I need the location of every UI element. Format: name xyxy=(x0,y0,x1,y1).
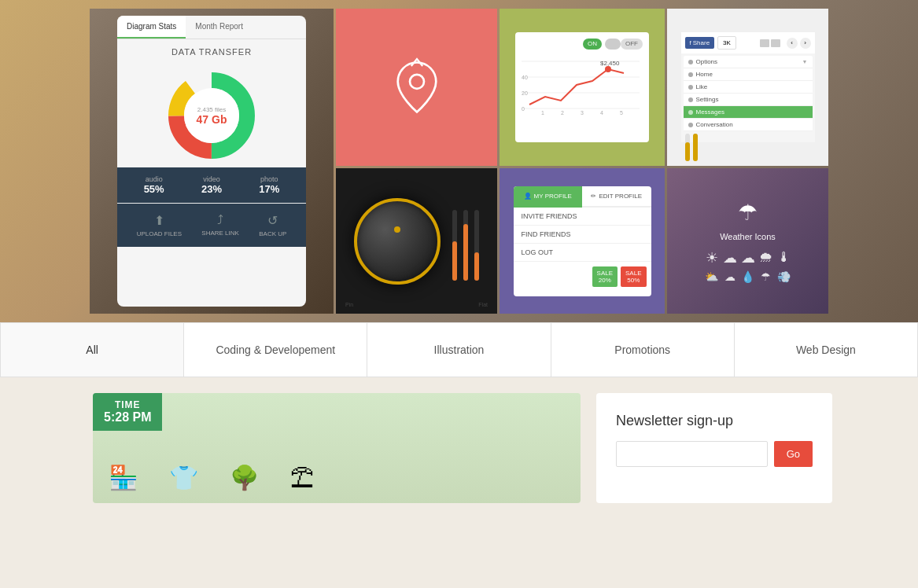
settings-icon xyxy=(688,97,693,102)
donut-files: 2.435 files xyxy=(197,106,227,113)
dt-donut: 2.435 files 47 Gb xyxy=(117,64,306,167)
umbrella-main-icon: ☂ xyxy=(705,200,791,226)
ui-top-bar: f Share 3K ‹ › xyxy=(681,32,815,53)
umbrella-small-icon: ☂ xyxy=(759,270,773,283)
toggle-off[interactable]: OFF xyxy=(621,39,643,50)
shirt-icon: 👕 xyxy=(169,464,198,491)
home-icon xyxy=(688,72,693,77)
knob-item: Pin Flat xyxy=(336,168,497,314)
facebook-icon: f xyxy=(690,39,691,46)
sale2-value: 50% xyxy=(625,277,641,284)
log-out-item[interactable]: LOG OUT xyxy=(514,244,651,262)
audio-slider-1[interactable] xyxy=(452,210,457,281)
options-icon xyxy=(688,60,693,64)
svg-text:40: 40 xyxy=(522,75,528,80)
svg-text:5: 5 xyxy=(620,110,623,116)
dt-tab-month[interactable]: Month Report xyxy=(186,16,253,39)
dt-audio-label: audio xyxy=(144,175,164,183)
sale2-label: SALE xyxy=(625,270,641,277)
list-view-icon[interactable] xyxy=(771,39,780,47)
weather-icons-grid: ☀ ☁ ☁ 🌧 🌡 ⛅ ☁ 💧 ☂ 💨 xyxy=(705,249,791,283)
newsletter-input[interactable] xyxy=(616,441,768,467)
partly-cloud-icon: ⛅ xyxy=(705,270,719,283)
thermometer-icon: 🌡 xyxy=(777,249,791,266)
edit-profile-tab[interactable]: ✏ EDIT PROFILE xyxy=(582,186,651,208)
next-arrow[interactable]: › xyxy=(800,38,811,49)
data-transfer-item: Diagram Stats Month Report DATA TRANSFER xyxy=(90,9,334,314)
chart-item: ON OFF $2,450 0 xyxy=(500,9,665,166)
audio-slider-3[interactable] xyxy=(474,210,479,281)
share-label: Share xyxy=(693,39,710,46)
cloud3-icon: ☁ xyxy=(723,270,737,283)
chart-svg: $2,450 0 20 40 1 2 3 4 5 xyxy=(522,53,640,116)
my-profile-tab[interactable]: 👤 MY PROFILE xyxy=(514,186,583,208)
store-icon: 🏪 xyxy=(109,464,138,491)
dt-actions: ⬆ UPLOAD FILES ⤴ SHARE LINK ↺ BACK UP xyxy=(117,204,306,247)
grid-view-icon[interactable] xyxy=(760,39,769,47)
dt-tabs: Diagram Stats Month Report xyxy=(117,16,306,39)
tab-coding[interactable]: Coding & Developement xyxy=(184,323,367,377)
cloud-icon-2: ☁ xyxy=(741,249,755,266)
dt-backup-action[interactable]: ↺ BACK UP xyxy=(259,213,286,237)
map-item xyxy=(336,9,497,166)
tab-all[interactable]: All xyxy=(0,323,184,377)
sale1-label: SALE xyxy=(597,270,613,277)
weather-title: Weather Icons xyxy=(705,232,791,241)
conversation-menu-item[interactable]: Conversation xyxy=(684,119,813,131)
settings-menu-item[interactable]: Settings xyxy=(684,94,813,106)
sun-icon: ☀ xyxy=(705,249,719,266)
dt-photo-label: photo xyxy=(259,175,279,183)
knob-control[interactable] xyxy=(354,198,441,285)
slider-track-1[interactable] xyxy=(685,134,690,161)
conversation-label: Conversation xyxy=(696,121,733,128)
find-friends-item[interactable]: FIND FRIENDS xyxy=(514,226,651,244)
weather-item: ☂ Weather Icons ☀ ☁ ☁ 🌧 🌡 ⛅ ☁ 💧 ☂ 💨 xyxy=(667,168,828,314)
dt-tab-diagram[interactable]: Diagram Stats xyxy=(117,16,186,39)
tree-icon: 🌳 xyxy=(230,464,259,491)
toggle-on[interactable]: ON xyxy=(583,39,602,50)
messages-menu-item[interactable]: Messages xyxy=(684,106,813,119)
toggle-control[interactable] xyxy=(605,39,621,50)
audio-slider-fill-3 xyxy=(474,252,479,281)
home-menu-item[interactable]: Home xyxy=(684,68,813,81)
like-menu-item[interactable]: Like xyxy=(684,81,813,94)
ui-elements-widget: f Share 3K ‹ › Opti xyxy=(681,32,815,142)
dt-upload-action[interactable]: ⬆ UPLOAD FILES xyxy=(137,213,182,237)
portfolio-grid: Diagram Stats Month Report DATA TRANSFER xyxy=(90,9,828,314)
time-label: TIME xyxy=(104,399,151,410)
messages-icon xyxy=(688,110,693,115)
store-items: 🏪 👕 🌳 ⛱ xyxy=(109,464,314,491)
audio-slider-fill-2 xyxy=(463,224,468,281)
newsletter-card: Newsletter sign-up Go xyxy=(596,393,832,503)
time-badge: TIME 5:28 PM xyxy=(93,393,162,431)
bottom-section: TIME 5:28 PM 🏪 👕 🌳 ⛱ Newsletter sign-up … xyxy=(0,377,918,503)
newsletter-submit-btn[interactable]: Go xyxy=(774,441,813,467)
messages-label: Messages xyxy=(696,108,724,116)
dt-stats: audio 55% video 23% photo 17% xyxy=(117,167,306,204)
tab-illustration[interactable]: Illustration xyxy=(367,323,551,377)
audio-slider-2[interactable] xyxy=(463,210,468,281)
pin-label: Pin xyxy=(345,302,353,307)
invite-friends-item[interactable]: INVITE FRIENDS xyxy=(514,208,651,226)
svg-point-9 xyxy=(605,66,611,72)
svg-text:20: 20 xyxy=(522,90,528,96)
donut-center: 2.435 files 47 Gb xyxy=(197,106,227,126)
ui-elements-item: f Share 3K ‹ › Opti xyxy=(667,9,828,166)
slider-track-2[interactable] xyxy=(693,134,698,161)
prev-arrow[interactable]: ‹ xyxy=(787,38,798,49)
options-chevron: ▼ xyxy=(802,59,808,64)
profile-item: 👤 MY PROFILE ✏ EDIT PROFILE INVITE FRIEN… xyxy=(500,168,665,314)
knob-indicator xyxy=(394,226,400,233)
cloud-icon-1: ☁ xyxy=(723,249,737,266)
dt-stat-photo: photo 17% xyxy=(259,175,279,195)
audio-sliders xyxy=(452,202,479,281)
data-transfer-widget: Diagram Stats Month Report DATA TRANSFER xyxy=(117,16,306,307)
dt-stat-audio: audio 55% xyxy=(144,175,164,195)
tab-webdesign[interactable]: Web Design xyxy=(735,323,918,377)
options-menu-item[interactable]: Options ▼ xyxy=(684,56,813,68)
svg-text:0: 0 xyxy=(522,106,525,112)
facebook-share-btn[interactable]: f Share xyxy=(685,37,715,49)
my-profile-label: MY PROFILE xyxy=(534,193,572,200)
tab-promotions[interactable]: Promotions xyxy=(551,323,735,377)
dt-share-action[interactable]: ⤴ SHARE LINK xyxy=(201,213,239,237)
